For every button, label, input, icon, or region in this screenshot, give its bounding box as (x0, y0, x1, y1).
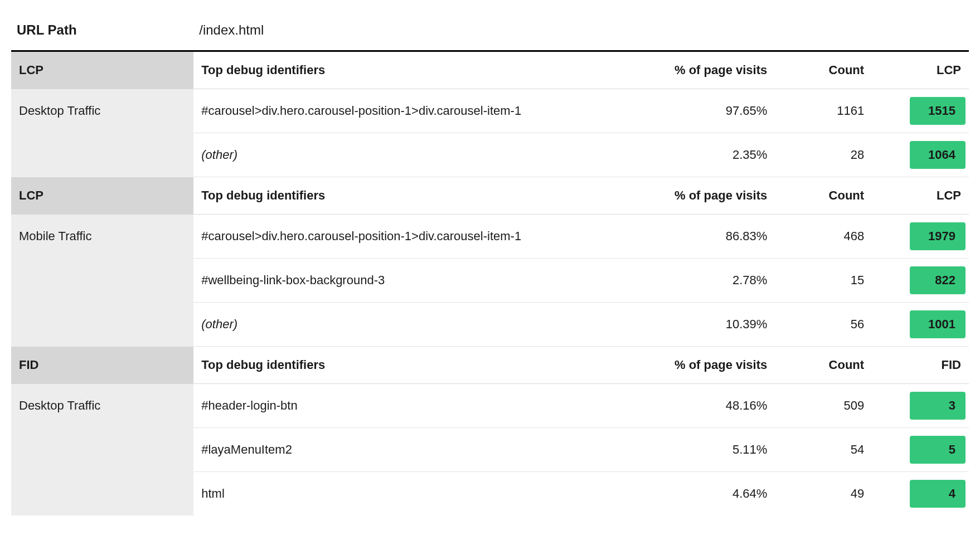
col-header-visits: % of page visits (644, 347, 775, 384)
visits-percent: 86.83% (644, 215, 775, 259)
metric-badge: 822 (910, 266, 966, 294)
debug-identifier: #wellbeing-link-box-background-3 (193, 259, 644, 303)
count-value: 49 (775, 472, 872, 516)
count-value: 15 (775, 259, 872, 303)
col-header-metric: LCP (872, 51, 969, 89)
traffic-label: Desktop Traffic (11, 89, 193, 177)
count-value: 28 (775, 133, 872, 177)
count-value: 1161 (775, 89, 872, 133)
table-row: Mobile Traffic#carousel>div.hero.carouse… (11, 215, 969, 259)
metric-badge: 3 (910, 392, 966, 420)
visits-percent: 48.16% (644, 384, 775, 428)
debug-identifier: (other) (193, 303, 644, 347)
count-value: 56 (775, 303, 872, 347)
debug-identifier: #layaMenuItem2 (193, 428, 644, 472)
url-path-value: /index.html (193, 10, 969, 50)
col-header-metric: FID (872, 347, 969, 384)
metric-type-label: FID (11, 347, 193, 384)
metric-badge: 4 (910, 480, 966, 508)
col-header-visits: % of page visits (644, 51, 775, 89)
col-header-count: Count (775, 51, 872, 89)
visits-percent: 10.39% (644, 303, 775, 347)
col-header-metric: LCP (872, 177, 969, 215)
table-row: Desktop Traffic#header-login-btn48.16%50… (11, 384, 969, 428)
debug-identifier: (other) (193, 133, 644, 177)
section-header: LCPTop debug identifiers% of page visits… (11, 177, 969, 215)
visits-percent: 4.64% (644, 472, 775, 516)
visits-percent: 2.35% (644, 133, 775, 177)
col-header-count: Count (775, 347, 872, 384)
traffic-label: Desktop Traffic (11, 384, 193, 516)
metric-badge: 1979 (910, 222, 966, 250)
count-value: 468 (775, 215, 872, 259)
visits-percent: 2.78% (644, 259, 775, 303)
metric-badge: 1515 (910, 97, 966, 125)
url-path-label: URL Path (11, 10, 193, 50)
traffic-label: Mobile Traffic (11, 215, 193, 347)
debug-identifier: #header-login-btn (193, 384, 644, 428)
debug-identifier: html (193, 472, 644, 516)
metric-badge: 1001 (910, 310, 966, 338)
debug-identifier: #carousel>div.hero.carousel-position-1>d… (193, 89, 644, 133)
metric-type-label: LCP (11, 51, 193, 89)
metric-badge: 1064 (910, 141, 966, 169)
table-row: Desktop Traffic#carousel>div.hero.carous… (11, 89, 969, 133)
section-header: FIDTop debug identifiers% of page visits… (11, 347, 969, 384)
col-header-count: Count (775, 177, 872, 215)
section-header: LCPTop debug identifiers% of page visits… (11, 51, 969, 89)
col-header-visits: % of page visits (644, 177, 775, 215)
metric-badge: 5 (910, 436, 966, 464)
debug-identifier: #carousel>div.hero.carousel-position-1>d… (193, 215, 644, 259)
col-header-debug: Top debug identifiers (193, 177, 644, 215)
visits-percent: 97.65% (644, 89, 775, 133)
metric-type-label: LCP (11, 177, 193, 215)
col-header-debug: Top debug identifiers (193, 51, 644, 89)
col-header-debug: Top debug identifiers (193, 347, 644, 384)
visits-percent: 5.11% (644, 428, 775, 472)
count-value: 54 (775, 428, 872, 472)
count-value: 509 (775, 384, 872, 428)
metrics-table: URL Path/index.htmlLCPTop debug identifi… (11, 10, 969, 515)
